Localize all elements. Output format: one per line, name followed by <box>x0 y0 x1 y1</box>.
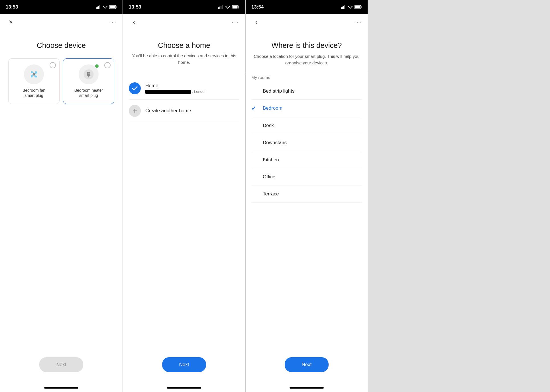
svg-point-9 <box>33 74 34 75</box>
divider-3 <box>246 72 368 72</box>
nav-bar-3: ‹ ··· <box>246 14 368 30</box>
close-button-1[interactable]: × <box>6 17 16 27</box>
room-item-bed-strip-lights[interactable]: Bed strip lights <box>251 83 362 100</box>
svg-rect-12 <box>88 73 89 74</box>
status-bar-2: 13:53 <box>123 0 245 14</box>
svg-rect-29 <box>355 6 360 9</box>
svg-rect-26 <box>344 5 345 9</box>
device-card-fan[interactable]: Bedroom fansmart plug <box>8 58 60 104</box>
room-name-downstairs: Downstairs <box>263 140 287 146</box>
battery-icon-2 <box>232 5 239 9</box>
svg-rect-15 <box>88 76 89 77</box>
room-item-bedroom[interactable]: ✓ Bedroom <box>251 100 362 117</box>
page-content-1: Choose device <box>0 30 123 383</box>
svg-rect-11 <box>87 72 90 76</box>
home-info-existing: Home , London <box>145 83 239 94</box>
room-item-desk[interactable]: Desk <box>251 117 362 134</box>
bottom-area-1: Next <box>6 352 117 383</box>
svg-rect-21 <box>239 6 239 8</box>
svg-rect-3 <box>99 5 100 9</box>
device-radio-plug[interactable] <box>104 62 111 68</box>
status-time-3: 13:54 <box>251 4 264 10</box>
svg-rect-5 <box>116 6 117 8</box>
room-check-downstairs <box>251 139 258 146</box>
room-name-kitchen: Kitchen <box>263 157 279 163</box>
page-subtitle-3: Choose a location for your smart plug. T… <box>251 53 362 66</box>
page-title-3: Where is this device? <box>251 41 362 50</box>
room-name-terrace: Terrace <box>263 191 279 197</box>
address-city: , London <box>192 89 207 94</box>
bottom-area-2: Next <box>129 352 239 383</box>
wifi-icon-3 <box>348 5 353 9</box>
room-name-bed-strip-lights: Bed strip lights <box>263 88 295 94</box>
room-item-office[interactable]: Office <box>251 168 362 185</box>
room-item-kitchen[interactable]: Kitchen <box>251 151 362 168</box>
room-name-office: Office <box>263 174 275 180</box>
home-indicator-1 <box>0 383 123 392</box>
status-icons-1 <box>96 5 117 9</box>
plus-icon <box>132 108 137 113</box>
status-bar-3: 13:54 <box>246 0 368 14</box>
bottom-area-3: Next <box>251 352 362 383</box>
more-options-3[interactable]: ··· <box>354 18 362 26</box>
svg-rect-2 <box>98 6 99 9</box>
room-list: Bed strip lights ✓ Bedroom Desk Downstai… <box>251 83 362 203</box>
page-content-3: Where is this device? Choose a location … <box>246 30 368 383</box>
home-item-create[interactable]: Create another home <box>129 100 239 122</box>
home-bar-1 <box>44 387 78 389</box>
more-options-2[interactable]: ··· <box>232 18 239 26</box>
svg-rect-17 <box>219 7 220 9</box>
next-button-3[interactable]: Next <box>285 357 329 372</box>
home-item-existing[interactable]: Home , London <box>129 77 239 100</box>
status-icons-3 <box>341 5 362 9</box>
check-icon <box>132 86 138 91</box>
svg-rect-24 <box>342 7 343 9</box>
rooms-section-title: My rooms <box>251 75 362 80</box>
back-button-2[interactable]: ‹ <box>129 17 139 27</box>
room-name-bedroom: Bedroom <box>263 105 282 111</box>
next-button-1[interactable]: Next <box>39 357 83 372</box>
wifi-icon-2 <box>225 5 230 9</box>
home-bar-2 <box>167 387 201 389</box>
device-list: Bedroom fansmart plug <box>6 58 117 104</box>
fan-icon-wrapper <box>24 64 44 84</box>
room-check-desk <box>251 122 258 129</box>
svg-rect-0 <box>96 7 97 9</box>
svg-rect-23 <box>341 7 342 9</box>
nav-bar-2: ‹ ··· <box>123 14 245 30</box>
svg-rect-14 <box>87 75 90 76</box>
room-check-office <box>251 173 258 180</box>
nav-bar-1: × ··· <box>0 14 123 30</box>
home-info-create: Create another home <box>145 108 239 114</box>
room-item-terrace[interactable]: Terrace <box>251 185 362 203</box>
svg-rect-18 <box>221 6 221 9</box>
room-item-downstairs[interactable]: Downstairs <box>251 134 362 151</box>
home-indicator-3 <box>246 383 368 392</box>
page-title-1: Choose device <box>6 41 117 50</box>
battery-icon-1 <box>109 5 117 9</box>
room-check-bedroom: ✓ <box>251 105 258 112</box>
status-time-2: 13:53 <box>129 4 141 10</box>
page-title-2: Choose a home <box>129 41 239 50</box>
svg-rect-19 <box>222 5 223 9</box>
next-button-2[interactable]: Next <box>162 357 206 372</box>
page-content-2: Choose a home You'll be able to control … <box>123 30 245 383</box>
back-button-3[interactable]: ‹ <box>251 17 262 27</box>
svg-rect-16 <box>218 7 219 9</box>
device-card-plug[interactable]: Bedroom heatersmart plug <box>63 58 114 104</box>
svg-rect-28 <box>361 6 362 8</box>
svg-rect-22 <box>233 6 238 9</box>
room-name-desk: Desk <box>263 123 274 128</box>
signal-icon-3 <box>341 5 346 9</box>
screen-where-device: 13:54 ‹ ··· Where is this <box>245 0 368 392</box>
status-bar-1: 13:53 <box>0 0 123 14</box>
device-radio-fan[interactable] <box>50 62 56 68</box>
screen-choose-home: 13:53 ‹ ··· Choose a home <box>123 0 245 392</box>
more-options-1[interactable]: ··· <box>109 18 117 26</box>
address-redacted <box>145 90 191 94</box>
screen-choose-device: 13:53 × ··· <box>0 0 123 392</box>
page-subtitle-2: You'll be able to control the devices an… <box>129 53 239 66</box>
room-check-bed-strip <box>251 88 258 94</box>
svg-rect-1 <box>97 7 98 9</box>
create-home-label: Create another home <box>145 108 239 114</box>
